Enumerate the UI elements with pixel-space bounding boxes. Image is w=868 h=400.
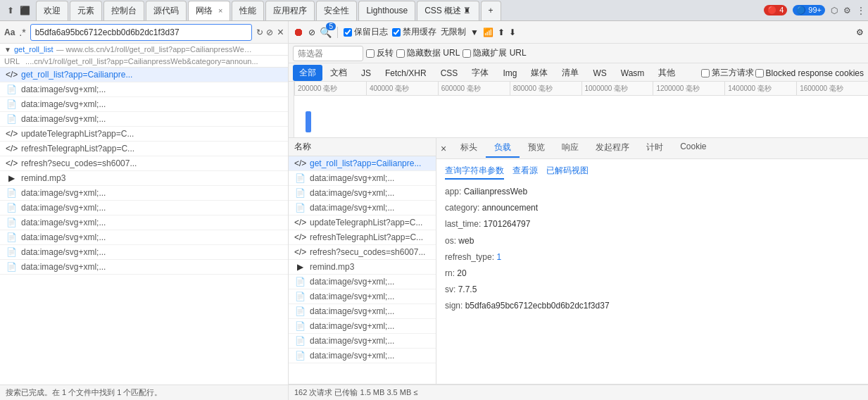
clear-button[interactable]: ⊘ [308, 27, 315, 37]
blocked-cookies-checkbox[interactable]: Blocked response cookies [755, 68, 864, 78]
tab-network[interactable]: 网络 × [188, 1, 230, 20]
tab-elements[interactable]: 元素 [70, 1, 102, 20]
refresh-icon[interactable]: ↻ [256, 27, 263, 37]
payload-key: sign: [445, 301, 465, 311]
invert-checkbox[interactable]: 反转 [366, 47, 394, 59]
detail-tab[interactable]: 发起程序 [587, 139, 638, 158]
close-search-button[interactable]: × [277, 26, 284, 39]
file-type-icon: 📄 [294, 292, 306, 301]
right-file-item[interactable]: </>refreshTelegraphList?app=C... [289, 230, 436, 245]
left-file-item[interactable]: 📄data:image/svg+xml;... [0, 201, 288, 215]
left-panel: Aa .* ↻ ⊘ × ▼ get_roll_list — www.cls.cn… [0, 21, 289, 400]
type-filter-button[interactable]: Wasm [615, 65, 651, 81]
right-file-item[interactable]: 📄data:image/svg+xml;... [289, 275, 436, 289]
right-file-item[interactable]: 📄data:image/svg+xml;... [289, 186, 436, 201]
detail-tabs: × 标头负载预览响应发起程序计时Cookie [436, 138, 868, 159]
type-filter-button[interactable]: 其他 [652, 65, 681, 81]
left-file-item[interactable]: </>get_roll_list?app=Cailianpre... [0, 68, 288, 82]
detail-tab[interactable]: 响应 [553, 139, 587, 158]
left-file-item[interactable]: </>refreshTelegraphList?app=C... [0, 142, 288, 156]
tab-lighthouse[interactable]: Lighthouse [358, 1, 415, 20]
tab-application[interactable]: 应用程序 [265, 1, 315, 20]
tab-console[interactable]: 控制台 [103, 1, 144, 20]
left-file-item[interactable]: 📄data:image/svg+xml;... [0, 82, 288, 97]
type-filter-button[interactable]: WS [586, 65, 612, 81]
type-filter-button[interactable]: CSS [434, 65, 465, 81]
type-filter-button[interactable]: 文档 [324, 65, 353, 81]
hide-ext-url-checkbox[interactable]: 隐藏扩展 URL [463, 47, 526, 59]
right-file-item[interactable]: 📄data:image/svg+xml;... [289, 201, 436, 215]
payload-sub-tab[interactable]: 查询字符串参数 [445, 165, 504, 180]
tab-network-close[interactable]: × [218, 6, 222, 15]
left-file-item[interactable]: ▶remind.mp3 [0, 171, 288, 186]
file-name: data:image/svg+xml;... [21, 218, 106, 227]
share-icon[interactable]: ⬡ [831, 6, 838, 15]
detail-tab[interactable]: 预览 [520, 139, 553, 158]
left-file-item[interactable]: 📄data:image/svg+xml;... [0, 97, 288, 112]
tab-css-overview[interactable]: CSS 概述 ♜ [417, 1, 479, 20]
detail-tab[interactable]: 计时 [638, 139, 672, 158]
payload-sub-tab[interactable]: 已解码视图 [546, 165, 589, 180]
record-button[interactable]: ⏺ [293, 26, 304, 39]
tab-welcome[interactable]: 欢迎 [36, 1, 68, 20]
devtools-icon1[interactable]: ⬆ [7, 6, 14, 15]
right-file-item[interactable]: 📄data:image/svg+xml;... [289, 304, 436, 319]
right-file-item[interactable]: 📄data:image/svg+xml;... [289, 289, 436, 304]
hide-data-url-label: 隐藏数据 URL [407, 47, 460, 59]
type-filter-button[interactable]: Fetch/XHR [379, 65, 433, 81]
tab-security[interactable]: 安全性 [316, 1, 357, 20]
right-file-item[interactable]: 📄data:image/svg+xml;... [289, 349, 436, 363]
type-filter-button[interactable]: Img [496, 65, 523, 81]
detail-tab[interactable]: 标头 [452, 139, 486, 158]
type-filter-button[interactable]: JS [355, 65, 377, 81]
type-filter-button[interactable]: 全部 [293, 65, 322, 81]
payload-sub-tabs: 查询字符串参数查看源已解码视图 [445, 165, 860, 180]
throttle-dropdown-icon[interactable]: ▼ [470, 27, 479, 37]
disable-cache-checkbox[interactable]: 禁用缓存 [392, 26, 436, 38]
type-filter-button[interactable]: 媒体 [524, 65, 554, 81]
preserve-log-checkbox[interactable]: 保留日志 [344, 26, 388, 38]
type-filter-button[interactable]: 清单 [555, 65, 585, 81]
left-file-item[interactable]: </>updateTelegraphList?app=C... [0, 127, 288, 142]
left-file-item[interactable]: </>refresh?secu_codes=sh6007... [0, 156, 288, 171]
right-file-item[interactable]: 📄data:image/svg+xml;... [289, 319, 436, 334]
warn-badge: 🔵 99+ [793, 5, 825, 15]
left-file-item[interactable]: 📄data:image/svg+xml;... [0, 245, 288, 260]
left-file-item[interactable]: 📄data:image/svg+xml;... [0, 260, 288, 275]
detail-tab[interactable]: 负载 [486, 139, 520, 158]
left-file-item[interactable]: 📄data:image/svg+xml;... [0, 186, 288, 201]
left-file-item[interactable]: 📄data:image/svg+xml;... [0, 230, 288, 245]
right-file-item[interactable]: 📄data:image/svg+xml;... [289, 334, 436, 349]
hide-data-url-checkbox[interactable]: 隐藏数据 URL [396, 47, 460, 59]
right-file-item[interactable]: ▶remind.mp3 [289, 260, 436, 275]
filter-input[interactable] [293, 46, 363, 61]
devtools-icon2[interactable]: ⬛ [20, 6, 30, 15]
network-conditions-icon[interactable]: 📶 [483, 27, 493, 37]
search-input[interactable] [35, 27, 247, 37]
more-icon[interactable]: ⋮ [857, 6, 865, 15]
detail-tab[interactable]: Cookie [672, 139, 715, 158]
tab-plus[interactable]: + [481, 1, 501, 20]
toolbar-2: 反转 隐藏数据 URL 隐藏扩展 URL [289, 44, 868, 63]
settings-icon[interactable]: ⚙ [843, 6, 851, 15]
tab-performance[interactable]: 性能 [232, 1, 264, 20]
export-icon[interactable]: ⬇ [509, 27, 516, 37]
payload-key: sv: [445, 285, 458, 294]
right-file-item[interactable]: </>updateTelegraphList?app=C... [289, 215, 436, 230]
tab-sources[interactable]: 源代码 [146, 1, 187, 20]
clear-search-icon[interactable]: ⊘ [266, 27, 273, 37]
import-icon[interactable]: ⬆ [498, 27, 505, 37]
right-file-item[interactable]: </>refresh?secu_codes=sh6007... [289, 245, 436, 260]
file-name: data:image/svg+xml;... [310, 336, 394, 346]
type-filter-button[interactable]: 字体 [465, 65, 495, 81]
file-entry-name: get_roll_list [14, 45, 54, 54]
left-file-item[interactable]: 📄data:image/svg+xml;... [0, 112, 288, 127]
right-file-item[interactable]: </>get_roll_list?app=Cailianpre... [289, 156, 436, 171]
third-party-checkbox[interactable]: 第三方请求 [701, 67, 754, 79]
payload-sub-tab[interactable]: 查看源 [512, 165, 538, 180]
network-settings-icon[interactable]: ⚙ [856, 27, 864, 37]
detail-close-button[interactable]: × [441, 143, 446, 154]
url-row-1[interactable]: ▼ get_roll_list — www.cls.cn/v1/roll/get… [0, 44, 288, 56]
left-file-item[interactable]: 📄data:image/svg+xml;... [0, 215, 288, 230]
right-file-item[interactable]: 📄data:image/svg+xml;... [289, 171, 436, 186]
